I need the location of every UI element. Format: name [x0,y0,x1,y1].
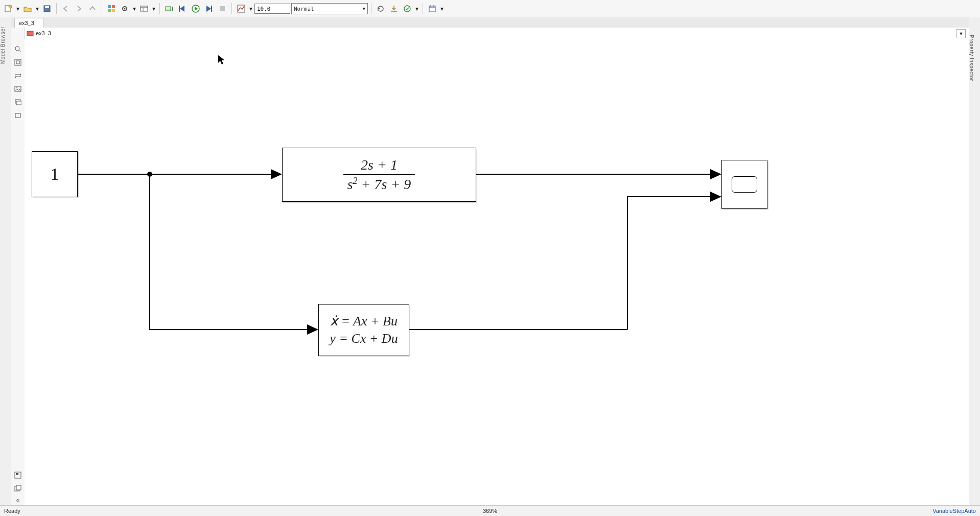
advisor-dropdown[interactable]: ▾ [414,5,419,12]
svg-rect-13 [166,7,171,11]
svg-point-9 [124,8,126,10]
layers-icon [14,99,21,106]
magnifier-icon [14,45,21,53]
property-inspector-panel[interactable]: Property Inspector [968,17,980,506]
arrowhead-icon [271,169,282,179]
transfer-fcn-block[interactable]: 2s + 1 s2 + 7s + 9 [282,148,476,202]
signal-wire [149,329,307,330]
arrows-horizontal-icon [14,72,21,79]
ss-line1: ẋ = Ax + Bu [330,313,398,330]
toggle-fast-restart-button[interactable] [163,3,175,15]
annotations-button[interactable] [13,84,23,94]
model-config-dropdown[interactable]: ▾ [132,5,137,12]
run-button[interactable] [190,3,202,15]
viewmarks-button[interactable] [13,97,23,107]
simulation-mode-select[interactable]: Normal ▼ [291,3,368,14]
stop-time-input[interactable] [254,4,290,14]
model-config-button[interactable] [119,3,131,15]
refresh-icon [377,5,385,13]
svg-rect-3 [45,6,49,8]
save-button[interactable] [41,3,53,15]
breadcrumb-dropdown[interactable]: ▼ [956,29,966,38]
arrow-up-icon [89,5,96,12]
open-dropdown[interactable]: ▾ [35,5,40,12]
breadcrumb-root[interactable]: ex3_3 [27,30,51,37]
tf-denominator: s2 + 7s + 9 [343,175,415,193]
block-diagram-canvas[interactable]: 1 2s + 1 s2 + 7s + 9 ẋ = Ax + Bu y = Cx … [25,39,969,506]
new-model-button[interactable] [2,3,14,15]
library-browser-button[interactable] [105,3,118,15]
ss-line2: y = Cx + Du [330,330,398,347]
model-browser-panel[interactable]: Model Browser [0,17,12,506]
signal-wire [149,174,150,330]
arrowhead-icon [307,324,318,335]
bird-eye-icon [14,472,21,479]
svg-rect-4 [108,5,111,8]
fit-view-icon [14,59,21,66]
library-icon [107,5,115,13]
canvas-palette: « [11,28,25,506]
new-model-icon [4,5,12,13]
arrow-left-icon [62,5,69,12]
folder-open-icon [24,5,32,13]
schedule-dropdown[interactable]: ▾ [439,5,445,12]
collapse-palette-button[interactable]: « [16,497,20,504]
model-icon [27,30,34,37]
image-icon [14,85,21,92]
separator [231,3,232,14]
back-button[interactable] [60,3,72,15]
svg-point-27 [15,46,19,51]
schedule-button[interactable] [426,3,438,15]
svg-rect-33 [15,86,21,91]
simulation-mode-label: Normal [294,6,314,12]
step-back-icon [178,5,186,13]
sample-time-button[interactable] [13,71,23,81]
separator [423,3,423,14]
status-left: Ready [4,508,20,514]
step-back-button[interactable] [176,3,189,15]
model-browser-label: Model Browser [0,19,11,71]
window-stack-icon [14,485,21,492]
zoom-button[interactable] [13,44,23,54]
constant-value: 1 [51,165,59,184]
gear-icon [121,5,129,13]
svg-point-34 [16,87,17,88]
calendar-icon [428,5,436,13]
build-button[interactable] [388,3,400,15]
data-inspector-button[interactable] [235,3,247,15]
forward-button[interactable] [73,3,85,15]
fit-to-view-button[interactable] [13,57,23,67]
area-button[interactable] [13,110,23,121]
model-explorer-button[interactable] [138,3,150,15]
status-zoom: 369% [483,508,497,514]
bird-eye-button[interactable] [13,470,23,480]
scope-screen-icon [732,176,757,193]
play-icon [192,5,200,13]
up-button[interactable] [86,3,99,15]
step-forward-button[interactable] [203,3,215,15]
stop-button[interactable] [216,3,228,15]
svg-rect-16 [211,6,212,12]
data-inspector-dropdown[interactable]: ▾ [248,5,253,12]
property-inspector-label: Property Inspector [969,19,974,96]
advisor-button[interactable] [401,3,413,15]
update-diagram-button[interactable] [375,3,387,15]
new-model-dropdown[interactable]: ▾ [15,5,20,12]
tab-model[interactable]: ex3_3 [14,18,44,28]
tab-label: ex3_3 [19,20,34,26]
status-bar: Ready 369% VariableStepAuto [0,505,980,516]
open-button[interactable] [21,3,34,15]
svg-rect-6 [108,9,111,12]
download-icon [390,5,398,13]
model-explorer-dropdown[interactable]: ▾ [151,5,156,12]
state-space-block[interactable]: ẋ = Ax + Bu y = Cx + Du [318,304,409,356]
restore-button[interactable] [13,483,23,494]
tf-numerator: 2s + 1 [343,157,415,175]
status-solver[interactable]: VariableStepAuto [932,508,976,514]
signal-wire [627,196,710,197]
constant-block[interactable]: 1 [32,151,78,197]
scope-block[interactable] [721,160,767,209]
svg-rect-10 [141,6,148,11]
step-forward-icon [205,5,213,13]
breadcrumb-label: ex3_3 [36,30,51,36]
